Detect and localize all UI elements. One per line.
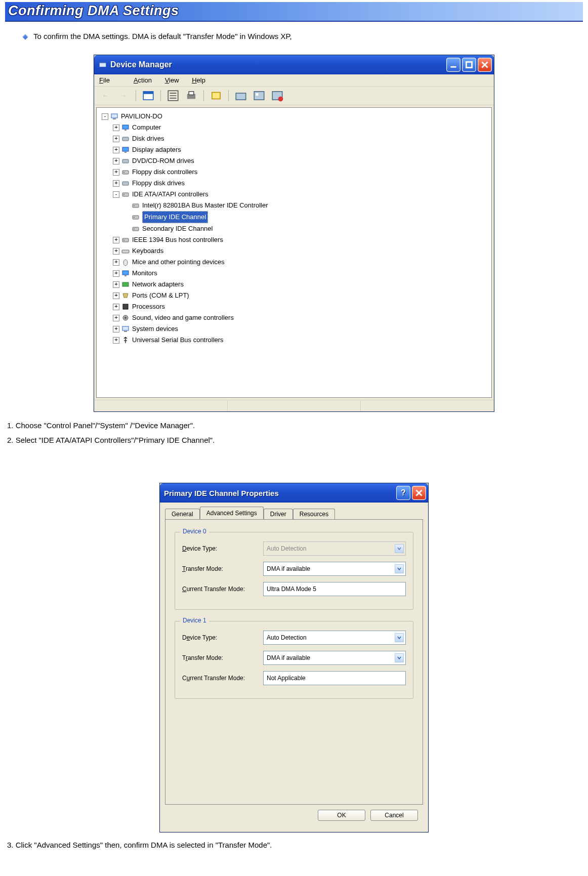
tree-node[interactable]: +Disk drives [99, 133, 489, 144]
expand-icon[interactable]: + [113, 136, 119, 142]
tree-node[interactable]: +DVD/CD-ROM drives [99, 155, 489, 166]
toolbar-icon[interactable] [166, 89, 180, 103]
tab-driver[interactable]: Driver [264, 509, 293, 520]
svg-point-24 [123, 172, 124, 173]
expand-icon[interactable]: + [113, 259, 119, 266]
menu-view[interactable]: View [165, 76, 179, 84]
step-3: 3. Click "Advanced Settings" then, confi… [5, 838, 583, 852]
close-button[interactable] [412, 486, 426, 500]
label-current-transfer-mode: Current Transfer Mode: [182, 586, 263, 593]
tree-node[interactable]: +Sound, video and game controllers [99, 312, 489, 323]
group-device-1: Device 1 Device Type: Auto Detection Tra… [175, 621, 413, 699]
tab-general[interactable]: General [165, 509, 200, 520]
chevron-down-icon[interactable] [395, 633, 404, 642]
toolbar-icon[interactable] [209, 89, 223, 103]
ok-button[interactable]: OK [318, 810, 365, 821]
expand-icon[interactable]: + [113, 147, 119, 153]
cancel-button[interactable]: Cancel [370, 810, 418, 821]
tree-node[interactable]: -PAVILION-DO [99, 111, 489, 122]
tree-node[interactable]: Primary IDE Channel [99, 211, 489, 223]
tree-node[interactable]: -IDE ATA/ATAPI controllers [99, 189, 489, 200]
toolbar-icon[interactable] [252, 89, 266, 103]
device-type-select[interactable]: Auto Detection [263, 631, 406, 645]
step-1: 1. Choose "Control Panel"/"System" /"Dev… [5, 418, 583, 433]
tab-advanced-settings[interactable]: Advanced Settings [200, 507, 264, 519]
expand-icon[interactable]: + [113, 124, 119, 131]
device-icon [132, 201, 140, 210]
current-transfer-mode: Not Applicable [263, 671, 406, 685]
device-icon [132, 213, 140, 221]
tree-node[interactable]: +Keyboards [99, 245, 489, 257]
svg-rect-5 [143, 92, 153, 94]
collapse-icon[interactable]: - [102, 113, 108, 120]
expand-icon[interactable]: + [113, 304, 119, 310]
collapse-icon[interactable]: - [113, 191, 119, 198]
menu-help[interactable]: Help [192, 76, 205, 84]
svg-rect-28 [133, 204, 139, 207]
expand-icon[interactable]: + [113, 237, 119, 243]
svg-point-27 [123, 194, 124, 195]
minimize-button[interactable] [446, 58, 460, 72]
svg-rect-18 [124, 130, 127, 131]
tree-node[interactable]: +Universal Serial Bus controllers [99, 335, 489, 346]
chevron-down-icon[interactable] [395, 653, 404, 662]
tree-node[interactable]: +Computer [99, 122, 489, 133]
toolbar-icon[interactable] [234, 89, 248, 103]
tree-node-label: Intel(r) 82801BA Bus Master IDE Controll… [142, 200, 268, 211]
expand-icon[interactable]: + [113, 158, 119, 164]
device-icon [121, 135, 130, 143]
group-title: Device 0 [180, 528, 209, 535]
toolbar-icon[interactable] [270, 89, 284, 103]
tree-node[interactable]: +Floppy disk controllers [99, 166, 489, 178]
expand-icon[interactable]: + [113, 281, 119, 288]
tree-node[interactable]: +Processors [99, 301, 489, 312]
menu-file[interactable]: File [99, 76, 121, 84]
expand-icon[interactable]: + [113, 169, 119, 176]
toolbar-print-icon[interactable] [184, 89, 198, 103]
page-title: Confirming DMA Settings [8, 3, 580, 19]
svg-rect-30 [133, 216, 139, 219]
tree-node[interactable]: +Display adapters [99, 144, 489, 155]
tree-node-label: Floppy disk drives [132, 178, 185, 189]
tree-node[interactable]: Secondary IDE Channel [99, 223, 489, 234]
toolbar-icon[interactable] [141, 89, 155, 103]
transfer-mode-select[interactable]: DMA if available [263, 651, 406, 665]
tree-node-label: Disk drives [132, 133, 164, 144]
statusbar [94, 400, 494, 411]
device-icon [121, 146, 130, 154]
tab-resources[interactable]: Resources [293, 509, 335, 520]
device-icon [121, 247, 130, 255]
expand-icon[interactable]: + [113, 315, 119, 321]
dialog-title: Primary IDE Channel Properties [164, 489, 279, 497]
device-icon [121, 280, 130, 288]
window-icon [98, 60, 107, 69]
help-button[interactable]: ? [396, 486, 410, 500]
tree-node[interactable]: +Network adapters [99, 279, 489, 290]
expand-icon[interactable]: + [113, 270, 119, 277]
menubar[interactable]: File Action View Help [94, 74, 494, 87]
svg-rect-36 [122, 250, 129, 253]
tree-node[interactable]: +Mice and other pointing devices [99, 257, 489, 268]
expand-icon[interactable]: + [113, 293, 119, 299]
titlebar[interactable]: Primary IDE Channel Properties ? [160, 483, 428, 503]
svg-rect-22 [122, 159, 129, 163]
current-transfer-mode: Ultra DMA Mode 5 [263, 582, 406, 596]
expand-icon[interactable]: + [113, 248, 119, 255]
tree-node[interactable]: +System devices [99, 323, 489, 335]
expand-icon[interactable]: + [113, 326, 119, 332]
tree-node[interactable]: Intel(r) 82801BA Bus Master IDE Controll… [99, 200, 489, 211]
tree-view[interactable]: -PAVILION-DO+Computer+Disk drives+Displa… [96, 107, 492, 398]
chevron-down-icon[interactable] [395, 564, 404, 573]
maximize-button[interactable] [462, 58, 476, 72]
expand-icon[interactable]: + [113, 337, 119, 344]
tree-node[interactable]: +Ports (COM & LPT) [99, 290, 489, 301]
expand-icon[interactable]: + [113, 180, 119, 187]
tree-node[interactable]: +Monitors [99, 268, 489, 279]
transfer-mode-select[interactable]: DMA if available [263, 562, 406, 576]
titlebar[interactable]: Device Manager [94, 55, 494, 74]
tree-node[interactable]: +IEEE 1394 Bus host controllers [99, 234, 489, 245]
menu-action[interactable]: Action [134, 76, 152, 84]
close-button[interactable] [478, 58, 492, 72]
device-icon [121, 336, 130, 344]
tree-node[interactable]: +Floppy disk drives [99, 178, 489, 189]
